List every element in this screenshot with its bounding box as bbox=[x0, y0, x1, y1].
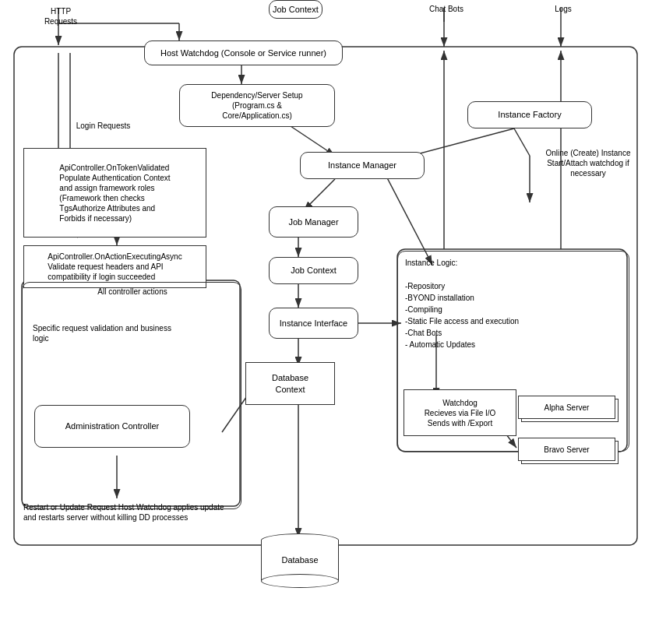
bravo-server-container: Bravo Server bbox=[518, 438, 619, 465]
api-token-box: ApiController.OnTokenValidated Populate … bbox=[23, 148, 206, 238]
admin-controller-box: Administration Controller bbox=[34, 405, 190, 448]
restart-update-label: Restart or Update Request Host Watchdog … bbox=[23, 502, 234, 523]
architecture-diagram: HTTP Requests Chat Bots Logs Host Watchd… bbox=[0, 0, 652, 644]
svg-line-13 bbox=[304, 179, 335, 210]
svg-line-12 bbox=[288, 125, 335, 156]
logs-label: Logs bbox=[548, 4, 579, 14]
instance-logic-label: Instance Logic:-Repository-BYOND install… bbox=[405, 257, 623, 350]
controller-actions-label: All controller actions bbox=[70, 287, 195, 297]
svg-line-20 bbox=[514, 128, 530, 156]
online-create-label: Online (Create) Instance Start/Attach wa… bbox=[545, 148, 631, 178]
specific-request-label: Specific request validation and business… bbox=[33, 323, 189, 343]
job-context-box-2: Job Context bbox=[269, 257, 358, 284]
database-context-box: Database Context bbox=[245, 362, 335, 405]
job-context-box: Job Context bbox=[269, 0, 322, 19]
http-requests-label: HTTP Requests bbox=[37, 6, 84, 26]
controller-outer-box bbox=[22, 282, 241, 509]
instance-interface-box: Instance Interface bbox=[269, 308, 358, 339]
host-watchdog-box: Host Watchdog (Console or Service runner… bbox=[144, 40, 343, 65]
alpha-server-container: Alpha Server bbox=[518, 396, 619, 423]
dependency-setup-box: Dependency/Server Setup (Program.cs & Co… bbox=[179, 84, 335, 127]
watchdog-box: Watchdog Recieves via File I/O Sends wit… bbox=[404, 389, 516, 436]
instance-manager-box: Instance Manager bbox=[300, 152, 425, 179]
job-manager-box: Job Manager bbox=[269, 206, 358, 238]
instance-factory-box: Instance Factory bbox=[467, 101, 592, 128]
login-requests-label: Login Requests bbox=[74, 121, 132, 131]
chat-bots-label: Chat Bots bbox=[427, 4, 466, 14]
database-cylinder: Database bbox=[261, 533, 339, 588]
